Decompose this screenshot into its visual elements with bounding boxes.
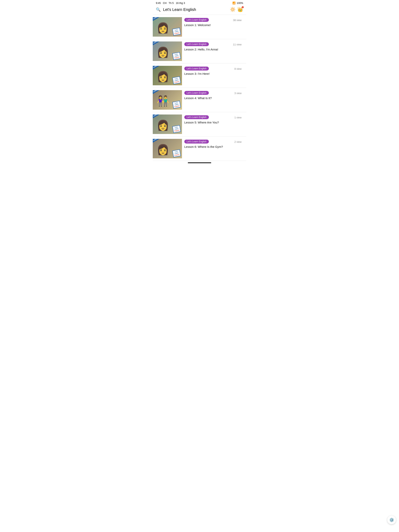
header-right: 🔆 👑 [230,7,243,12]
brightness-icon[interactable]: 🔆 [230,7,235,12]
search-icon[interactable]: 🔍 [156,7,161,12]
page-title: Let's Learn English [163,7,196,12]
view-count: 8 view [232,67,244,70]
video-meta: Let's Learn English 8 view Lesson 3: I'm… [182,66,246,76]
lle-logo: Let'sLearnEnglish [172,125,181,133]
view-count: 11 view [232,42,244,46]
meta-top: Let's Learn English 2 view [184,140,244,145]
video-meta: Let's Learn English 3 view Lesson 4: Wha… [182,90,246,101]
video-title: Lesson 6: Where Is the Gym? [184,145,244,149]
meta-top: Let's Learn English 1 view [184,115,244,120]
video-thumbnail: Lesson 6 👩 Let'sLearnEnglish [153,139,182,158]
list-item[interactable]: Lesson 4 👫 Let'sLearnEnglish Let's Learn… [153,88,246,112]
video-title: Lesson 5: Where Are You? [184,120,244,124]
lesson-banner: Lesson 2 [153,41,163,46]
header-left: 🔍 Let's Learn English [156,7,196,12]
home-indicator [188,162,211,163]
lle-logo: Let'sLearnEnglish [172,76,181,84]
video-title: Lesson 3: I'm Here! [184,72,244,76]
meta-top: Let's Learn English 11 view [184,42,244,47]
channel-tag: Let's Learn English [184,140,209,144]
video-meta: Let's Learn English 1 view Lesson 5: Whe… [182,114,246,125]
list-item[interactable]: Lesson 2 👩 Let'sLearnEnglish Let's Learn… [153,39,246,63]
channel-tag: Let's Learn English [184,67,209,70]
list-item[interactable]: Lesson 5 👩 Let'sLearnEnglish Let's Learn… [153,112,246,137]
bottom-indicator [153,161,246,165]
header: 🔍 Let's Learn English 🔆 👑 [153,5,246,15]
channel-tag: Let's Learn English [184,42,209,46]
list-item[interactable]: Lesson 3 👩 Let'sLearnEnglish Let's Learn… [153,63,246,88]
wifi-icon: 📶 [232,1,236,5]
status-time: 9:45 CH Th 5 16 thg 3 [156,1,185,5]
view-count: 38 view [232,18,244,22]
channel-tag: Let's Learn English [184,91,209,95]
lle-logo: Let'sLearnEnglish [172,28,181,36]
lesson-banner: Lesson 5 [153,114,163,119]
channel-tag: Let's Learn English [184,18,209,22]
video-title: Lesson 1: Welcome! [184,23,244,27]
view-count: 2 view [232,140,244,143]
lesson-banner: Lesson 6 [153,139,163,143]
video-thumbnail: Lesson 4 👫 Let'sLearnEnglish [153,90,182,110]
view-count: 3 view [232,91,244,95]
video-list: Lesson 1 👩 Let'sLearnEnglish Let's Learn… [153,15,246,161]
lle-logo: Let'sLearnEnglish [172,52,181,60]
lesson-banner: Lesson 4 [153,90,163,95]
view-count: 1 view [232,115,244,119]
list-item[interactable]: Lesson 1 👩 Let'sLearnEnglish Let's Learn… [153,15,246,39]
meta-top: Let's Learn English 38 view [184,18,244,23]
video-meta: Let's Learn English 38 view Lesson 1: We… [182,17,246,28]
status-bar: 9:45 CH Th 5 16 thg 3 📶 100% [153,0,246,5]
crown-badge [242,6,244,8]
video-meta: Let's Learn English 2 view Lesson 6: Whe… [182,139,246,150]
lesson-banner: Lesson 3 [153,66,163,70]
crown-button[interactable]: 👑 [237,7,243,12]
battery-indicator: 100% [237,1,243,5]
video-meta: Let's Learn English 11 view Lesson 2: He… [182,41,246,52]
video-title: Lesson 4: What Is It? [184,96,244,100]
video-thumbnail: Lesson 3 👩 Let'sLearnEnglish [153,66,182,85]
lle-logo: Let'sLearnEnglish [172,101,181,109]
lle-logo: Let'sLearnEnglish [172,149,181,157]
lesson-banner: Lesson 1 [153,17,163,21]
status-indicators: 📶 100% [232,1,243,5]
meta-top: Let's Learn English 8 view [184,67,244,72]
meta-top: Let's Learn English 3 view [184,91,244,96]
channel-tag: Let's Learn English [184,115,209,119]
video-thumbnail: Lesson 2 👩 Let'sLearnEnglish [153,41,182,61]
video-title: Lesson 2: Hello, I'm Anna! [184,47,244,51]
video-thumbnail: Lesson 5 👩 Let'sLearnEnglish [153,114,182,134]
list-item[interactable]: Lesson 6 👩 Let'sLearnEnglish Let's Learn… [153,137,246,161]
video-thumbnail: Lesson 1 👩 Let'sLearnEnglish [153,17,182,37]
